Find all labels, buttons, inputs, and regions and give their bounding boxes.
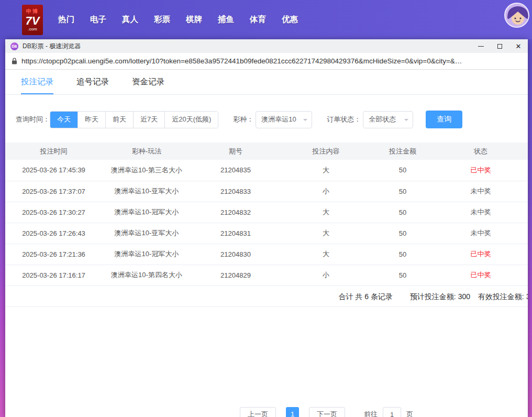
nav-item[interactable]: 真人 xyxy=(122,14,138,25)
cell-issue: 21204831 xyxy=(191,223,280,244)
nav-item[interactable]: 彩票 xyxy=(154,14,170,25)
column-header: 状态 xyxy=(434,142,528,160)
cell-time: 2025-03-26 17:37:07 xyxy=(5,181,102,202)
cell-game: 澳洲幸运10-亚军大小 xyxy=(102,181,191,202)
nav-item[interactable]: 热门 xyxy=(58,14,74,25)
address-bar: https://ctopcp02pcali.uengi5e.com/lotter… xyxy=(5,53,528,70)
table-row: 2025-03-26 17:30:27澳洲幸运10-冠军大小21204832大5… xyxy=(5,202,528,223)
minimize-icon xyxy=(478,46,484,47)
avatar-image xyxy=(505,4,529,28)
cell-status: 已中奖 xyxy=(434,244,528,265)
goto-label: 前往 xyxy=(364,410,378,417)
maximize-button[interactable] xyxy=(490,39,509,53)
logo-text-sub: .com xyxy=(28,27,37,31)
summary-total: 合计 共 6 条记录 xyxy=(339,292,393,302)
close-button[interactable]: ✕ xyxy=(509,39,528,53)
cell-amount: 50 xyxy=(372,202,434,223)
cell-game: 澳洲幸运10-第四名大小 xyxy=(102,265,191,286)
column-header: 彩种-玩法 xyxy=(102,142,191,160)
cell-status: 已中奖 xyxy=(434,265,528,286)
cell-content: 大 xyxy=(280,160,372,181)
summary-expected-amount: 预计投注金额: 300 xyxy=(410,292,470,302)
table-body: 2025-03-26 17:45:39澳洲幸运10-第三名大小21204835大… xyxy=(5,160,528,286)
summary-valid-amount: 有效投注金额: 300 xyxy=(478,292,528,302)
time-filter-option[interactable]: 近20天(低频) xyxy=(164,112,218,128)
time-filter-option[interactable]: 近7天 xyxy=(133,112,164,128)
next-page-button[interactable]: 下一页 xyxy=(309,407,345,417)
lottery-filter-label: 彩种： xyxy=(233,115,253,124)
cell-game: 澳洲幸运10-亚军大小 xyxy=(102,223,191,244)
cell-time: 2025-03-26 17:30:27 xyxy=(5,202,102,223)
lottery-select-value: 澳洲幸运10 xyxy=(261,115,296,124)
order-status-value: 全部状态 xyxy=(369,115,396,124)
lottery-select[interactable]: 澳洲幸运10 xyxy=(256,111,312,128)
cell-content: 大 xyxy=(280,202,372,223)
cell-issue: 21204832 xyxy=(191,202,280,223)
cell-issue: 21204829 xyxy=(191,265,280,286)
cell-game: 澳洲幸运10-冠军大小 xyxy=(102,202,191,223)
topnav-menu: 热门电子真人彩票棋牌捕鱼体育优惠 xyxy=(50,14,306,25)
nav-item[interactable]: 棋牌 xyxy=(186,14,202,25)
tab[interactable]: 追号记录 xyxy=(76,70,109,94)
page-unit-label: 页 xyxy=(406,410,413,417)
summary-bar: 合计 共 6 条记录 预计投注金额: 300 有效投注金额: 300 xyxy=(5,286,528,307)
cell-issue: 21204833 xyxy=(191,181,280,202)
time-filter-option[interactable]: 昨天 xyxy=(77,112,105,128)
nav-item[interactable]: 优惠 xyxy=(282,14,298,25)
column-header: 投注金额 xyxy=(372,142,434,160)
site-logo[interactable]: 申博 7V .com xyxy=(22,5,43,35)
filter-bar: 查询时间： 今天昨天前天近7天近20天(低频) 彩种： 澳洲幸运10 订单状态：… xyxy=(5,111,528,128)
query-button[interactable]: 查询 xyxy=(426,111,462,128)
site-topnav: 申博 7V .com 热门电子真人彩票棋牌捕鱼体育优惠 xyxy=(0,0,532,39)
current-page-button[interactable]: 1 xyxy=(286,407,299,417)
column-header: 投注时间 xyxy=(5,142,102,160)
nav-item[interactable]: 电子 xyxy=(90,14,106,25)
minimize-button[interactable] xyxy=(471,39,490,53)
url-text[interactable]: https://ctopcp02pcali.uengi5e.com/lotter… xyxy=(21,57,522,65)
cell-game: 澳洲幸运10-冠军大小 xyxy=(102,244,191,265)
cell-time: 2025-03-26 17:45:39 xyxy=(5,160,102,181)
time-filter-option[interactable]: 前天 xyxy=(105,112,133,128)
cell-status: 未中奖 xyxy=(434,223,528,244)
lock-icon xyxy=(12,58,17,64)
table-row: 2025-03-26 17:21:36澳洲幸运10-冠军大小21204830大5… xyxy=(5,244,528,265)
nav-item[interactable]: 体育 xyxy=(250,14,266,25)
time-filter-label: 查询时间： xyxy=(16,115,50,124)
cell-content: 小 xyxy=(280,181,372,202)
prev-page-button[interactable]: 上一页 xyxy=(240,407,276,417)
cell-status: 未中奖 xyxy=(434,202,528,223)
cell-content: 大 xyxy=(280,223,372,244)
table-row: 2025-03-26 17:16:17澳洲幸运10-第四名大小21204829小… xyxy=(5,265,528,286)
goto-page-input[interactable] xyxy=(383,407,401,417)
cell-issue: 21204835 xyxy=(191,160,280,181)
window-titlebar[interactable]: DB DB彩票 - 极速浏览器 ✕ xyxy=(5,39,528,53)
record-tabs: 投注记录追号记录资金记录 xyxy=(5,70,528,95)
status-filter-label: 订单状态： xyxy=(327,115,361,124)
cell-content: 大 xyxy=(280,244,372,265)
cell-amount: 50 xyxy=(372,160,434,181)
maximize-icon xyxy=(497,44,502,49)
cell-game: 澳洲幸运10-第三名大小 xyxy=(102,160,191,181)
time-filter-option[interactable]: 今天 xyxy=(50,112,77,128)
close-icon: ✕ xyxy=(516,43,522,50)
logo-text-main: 7V xyxy=(26,15,40,27)
table-row: 2025-03-26 17:26:43澳洲幸运10-亚军大小21204831大5… xyxy=(5,223,528,244)
table-header-row: 投注时间彩种-玩法期号投注内容投注金额状态 xyxy=(5,142,528,160)
cell-content: 小 xyxy=(280,265,372,286)
chevron-down-icon xyxy=(303,119,307,123)
nav-item[interactable]: 捕鱼 xyxy=(218,14,234,25)
pagination: 上一页 1 下一页 前往 页 xyxy=(240,407,413,417)
column-header: 期号 xyxy=(191,142,280,160)
window-title: DB彩票 - 极速浏览器 xyxy=(23,42,471,51)
browser-window: DB DB彩票 - 极速浏览器 ✕ https://ctopcp02pcali.… xyxy=(5,39,528,417)
cell-issue: 21204830 xyxy=(191,244,280,265)
cell-amount: 50 xyxy=(372,181,434,202)
cell-amount: 50 xyxy=(372,223,434,244)
tab[interactable]: 投注记录 xyxy=(21,70,53,94)
column-header: 投注内容 xyxy=(280,142,372,160)
user-avatar[interactable] xyxy=(504,3,529,28)
cell-amount: 50 xyxy=(372,265,434,286)
tab[interactable]: 资金记录 xyxy=(132,70,164,94)
order-status-select[interactable]: 全部状态 xyxy=(363,111,413,128)
cell-amount: 50 xyxy=(372,244,434,265)
